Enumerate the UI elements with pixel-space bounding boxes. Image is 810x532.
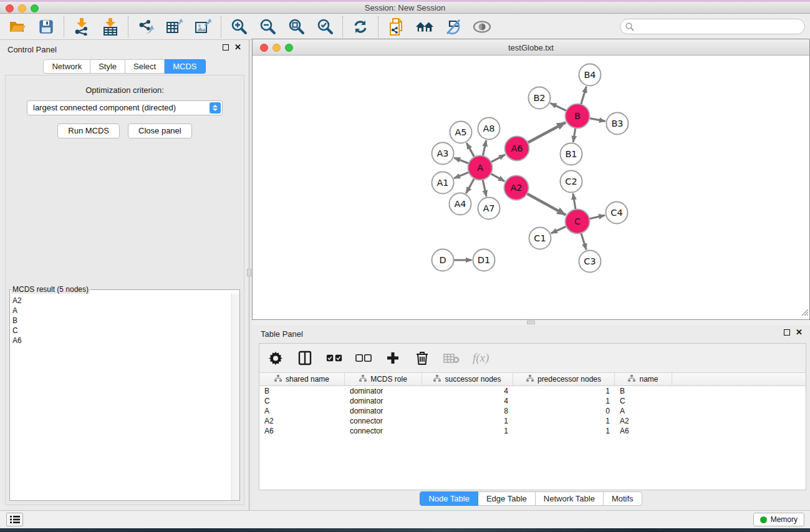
export-table-icon[interactable] <box>165 17 184 36</box>
close-panel-button[interactable]: Close panel <box>128 123 192 138</box>
table-cell[interactable]: C <box>259 396 345 406</box>
column-header-shared-name[interactable]: shared name <box>259 373 345 385</box>
search-field[interactable] <box>620 19 805 34</box>
table-cell[interactable]: A <box>259 406 345 416</box>
add-column-icon[interactable] <box>385 350 401 366</box>
show-column-icon[interactable] <box>297 350 313 366</box>
tab-network[interactable]: Network <box>43 59 90 74</box>
horizontal-splitter[interactable] <box>252 320 810 325</box>
table-cell[interactable]: 1 <box>513 386 615 396</box>
zoom-in-icon[interactable] <box>229 17 248 36</box>
home-icon[interactable] <box>415 17 434 36</box>
zoom-selected-icon[interactable] <box>316 17 334 36</box>
duplicate-network-icon[interactable] <box>387 17 405 36</box>
node-D[interactable]: D <box>432 249 454 271</box>
table-cell[interactable]: C <box>615 396 672 406</box>
table-cell[interactable]: 1 <box>513 416 615 426</box>
result-item[interactable]: C <box>12 326 231 336</box>
node-A7[interactable]: A7 <box>478 198 500 220</box>
deselect-all-icon[interactable] <box>355 350 372 366</box>
result-item[interactable]: A <box>12 306 231 316</box>
close-table-panel-icon[interactable]: ✕ <box>796 329 803 336</box>
zoom-fit-icon[interactable] <box>287 17 306 36</box>
column-header-predecessor-nodes[interactable]: predecessor nodes <box>513 373 615 385</box>
window-resize-grip[interactable] <box>801 307 809 319</box>
float-table-panel-icon[interactable] <box>784 329 790 336</box>
vertical-splitter-handle[interactable] <box>247 269 251 276</box>
task-history-button[interactable] <box>6 513 23 526</box>
node-C3[interactable]: C3 <box>579 251 601 273</box>
table-cell[interactable]: B <box>615 386 672 396</box>
open-session-icon[interactable] <box>8 17 27 36</box>
node-A2[interactable]: A2 <box>504 176 529 200</box>
node-C2[interactable]: C2 <box>561 171 582 193</box>
tab-network-table[interactable]: Network Table <box>536 491 604 506</box>
horizontal-splitter-handle[interactable] <box>527 321 535 324</box>
table-cell[interactable]: 4 <box>422 396 513 406</box>
table-cell[interactable]: B <box>259 386 345 396</box>
column-header-name[interactable]: name <box>615 373 672 385</box>
delete-column-icon[interactable] <box>414 350 430 366</box>
tab-select[interactable]: Select <box>125 59 165 74</box>
table-row[interactable]: A6connector11A6 <box>259 426 806 436</box>
mcds-result-list[interactable]: A2ABCA6 <box>10 294 231 500</box>
tab-mcds[interactable]: MCDS <box>165 59 205 74</box>
table-cell[interactable]: A <box>615 406 672 416</box>
float-panel-icon[interactable] <box>223 44 229 51</box>
table-cell[interactable]: 8 <box>422 406 513 416</box>
optimization-criterion-select[interactable]: largest connected component (directed) <box>27 100 223 115</box>
table-cell[interactable]: 1 <box>422 426 513 436</box>
node-A4[interactable]: A4 <box>450 193 471 215</box>
table-cell[interactable]: A6 <box>615 426 672 436</box>
table-cell[interactable]: dominator <box>345 406 422 416</box>
result-scrollbar[interactable] <box>231 294 239 500</box>
table-cell[interactable]: 1 <box>513 396 615 406</box>
table-cell[interactable]: dominator <box>345 396 422 406</box>
node-B[interactable]: B <box>566 104 590 128</box>
node-B2[interactable]: B2 <box>529 87 551 109</box>
table-cell[interactable]: dominator <box>345 386 422 396</box>
search-input[interactable] <box>637 22 804 31</box>
table-cell[interactable]: A6 <box>259 426 345 436</box>
table-cell[interactable]: 4 <box>422 386 513 396</box>
table-row[interactable]: Cdominator41C <box>259 396 806 406</box>
toggle-visibility-icon[interactable] <box>473 17 491 36</box>
result-item[interactable]: A2 <box>12 296 231 306</box>
refresh-icon[interactable] <box>351 17 370 36</box>
column-header-MCDS-role[interactable]: MCDS role <box>345 373 422 385</box>
node-A3[interactable]: A3 <box>432 143 454 165</box>
save-session-icon[interactable] <box>37 17 55 36</box>
settings-gear-icon[interactable] <box>268 350 284 366</box>
tab-style[interactable]: Style <box>90 59 125 74</box>
table-cell[interactable]: 1 <box>422 416 513 426</box>
close-panel-icon[interactable]: ✕ <box>234 44 241 51</box>
node-A[interactable]: A <box>468 156 493 180</box>
node-C1[interactable]: C1 <box>529 228 551 249</box>
table-cell[interactable]: connector <box>345 426 422 436</box>
table-cell[interactable]: A2 <box>615 416 672 426</box>
node-C4[interactable]: C4 <box>606 202 628 224</box>
tab-motifs[interactable]: Motifs <box>604 491 642 506</box>
import-table-icon[interactable] <box>101 17 120 36</box>
node-C[interactable]: C <box>566 210 590 234</box>
table-row[interactable]: Adominator80A <box>259 406 806 416</box>
export-image-icon[interactable] <box>194 17 213 36</box>
node-B4[interactable]: B4 <box>579 64 601 86</box>
table-cell[interactable]: A2 <box>259 416 345 426</box>
import-network-icon[interactable] <box>72 17 91 36</box>
node-A1[interactable]: A1 <box>432 172 454 194</box>
zoom-out-icon[interactable] <box>258 17 277 36</box>
tab-edge-table[interactable]: Edge Table <box>478 491 536 506</box>
table-cell[interactable]: 1 <box>513 426 615 436</box>
hide-labels-icon[interactable] <box>444 17 463 36</box>
node-B3[interactable]: B3 <box>607 113 629 135</box>
node-B1[interactable]: B1 <box>561 143 582 165</box>
table-cell[interactable]: connector <box>345 416 422 426</box>
table-row[interactable]: Bdominator41B <box>259 386 806 396</box>
column-header-successor-nodes[interactable]: successor nodes <box>422 373 513 385</box>
node-A5[interactable]: A5 <box>450 122 472 143</box>
run-mcds-button[interactable]: Run MCDS <box>57 123 120 138</box>
node-A8[interactable]: A8 <box>478 118 500 140</box>
export-network-icon[interactable] <box>137 17 155 36</box>
select-all-icon[interactable] <box>326 350 342 366</box>
